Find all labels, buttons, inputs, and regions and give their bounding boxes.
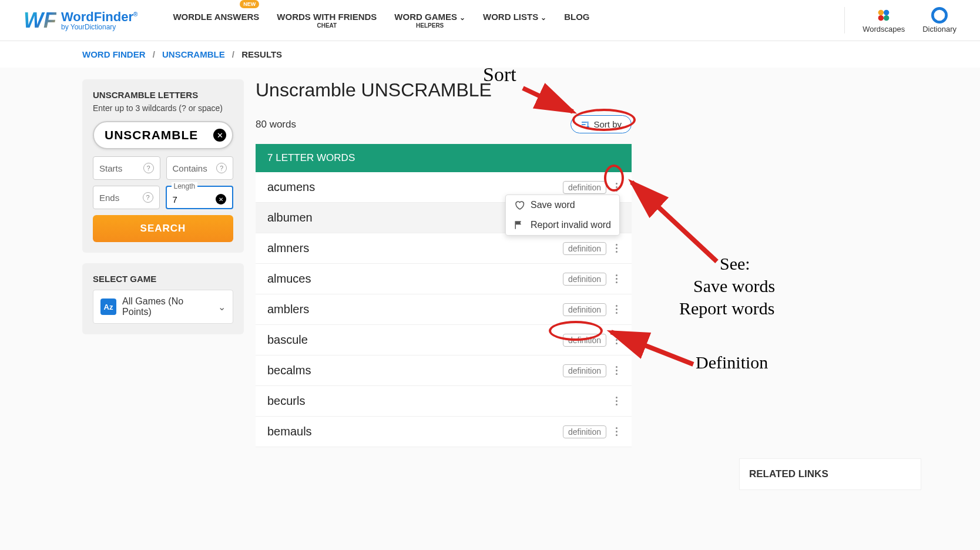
word-row: almnersdefinition bbox=[256, 233, 632, 264]
group-header: 7 LETTER WORDS bbox=[256, 144, 632, 172]
row-actions bbox=[613, 394, 620, 408]
chevron-down-icon: ⌄ bbox=[459, 14, 465, 22]
help-icon[interactable]: ? bbox=[143, 163, 154, 173]
definition-button[interactable]: definition bbox=[563, 273, 606, 286]
breadcrumb-unscramble[interactable]: UNSCRAMBLE bbox=[162, 49, 225, 59]
word-row: acumensdefinitionSave wordReport invalid… bbox=[256, 172, 632, 203]
top-nav: NEW WORDLE ANSWERS WORDS WITH FRIENDS CH… bbox=[173, 12, 844, 29]
sidebar: UNSCRAMBLE LETTERS Enter up to 3 wildcar… bbox=[82, 79, 244, 447]
word-text[interactable]: almuces bbox=[267, 272, 311, 286]
clear-icon[interactable]: ✕ bbox=[216, 194, 226, 204]
page-title: Unscramble UNSCRAMBLE bbox=[256, 79, 632, 101]
word-row: almucesdefinition bbox=[256, 264, 632, 294]
game-select[interactable]: Az All Games (No Points) ⌄ bbox=[93, 290, 233, 324]
heart-icon bbox=[514, 200, 525, 210]
select-game-card: SELECT GAME Az All Games (No Points) ⌄ bbox=[82, 263, 244, 334]
search-button[interactable]: SEARCH bbox=[93, 215, 233, 242]
filter-ends[interactable]: Ends ? bbox=[93, 186, 160, 209]
letters-input-wrap: ✕ bbox=[93, 121, 233, 149]
dictionary-link[interactable]: Dictionary bbox=[922, 7, 956, 33]
related-links-card: RELATED LINKS bbox=[739, 458, 921, 459]
chevron-down-icon: ⌄ bbox=[218, 301, 226, 313]
kebab-icon[interactable] bbox=[613, 364, 620, 377]
kebab-icon[interactable] bbox=[613, 333, 620, 347]
word-text[interactable]: becurls bbox=[267, 394, 305, 408]
kebab-icon[interactable] bbox=[613, 272, 620, 286]
filter-length[interactable]: Length ✕ bbox=[166, 186, 234, 209]
row-actions: definition bbox=[563, 180, 620, 194]
row-actions: definition bbox=[563, 303, 620, 316]
word-text[interactable]: becalms bbox=[267, 364, 311, 377]
results-main: Unscramble UNSCRAMBLE 80 words Sort by 7… bbox=[256, 79, 632, 447]
header: WF WordFinder® by YourDictionary NEW WOR… bbox=[0, 0, 980, 41]
kebab-icon[interactable] bbox=[613, 242, 620, 255]
select-game-title: SELECT GAME bbox=[93, 274, 233, 284]
help-icon[interactable]: ? bbox=[143, 192, 153, 203]
word-row: amblersdefinition bbox=[256, 294, 632, 325]
word-text[interactable]: bascule bbox=[267, 333, 308, 347]
word-text[interactable]: bemauls bbox=[267, 425, 312, 438]
logo-text: WordFinder® by YourDictionary bbox=[61, 11, 137, 31]
sort-icon bbox=[580, 120, 590, 129]
save-word-item[interactable]: Save word bbox=[506, 195, 619, 215]
kebab-icon[interactable] bbox=[613, 303, 620, 316]
nav-blog[interactable]: BLOG bbox=[564, 12, 589, 29]
definition-button[interactable]: definition bbox=[563, 303, 606, 316]
nav-wordle-answers[interactable]: NEW WORDLE ANSWERS bbox=[173, 12, 259, 29]
logo-mark: WF bbox=[24, 8, 56, 33]
game-icon: Az bbox=[100, 299, 116, 315]
kebab-icon[interactable] bbox=[613, 394, 620, 408]
unscramble-hint: Enter up to 3 wildcards (? or space) bbox=[93, 103, 233, 113]
word-text[interactable]: acumens bbox=[267, 180, 315, 194]
logo[interactable]: WF WordFinder® by YourDictionary bbox=[24, 8, 137, 33]
word-text[interactable]: almners bbox=[267, 242, 309, 255]
row-actions: definition bbox=[563, 364, 620, 377]
breadcrumb: WORD FINDER / UNSCRAMBLE / RESULTS bbox=[0, 41, 980, 68]
length-input[interactable] bbox=[173, 194, 216, 204]
result-count: 80 words bbox=[256, 119, 296, 130]
letters-input[interactable] bbox=[105, 128, 206, 142]
clear-icon[interactable]: ✕ bbox=[213, 129, 226, 142]
svg-point-2 bbox=[878, 15, 884, 21]
word-row: becurls bbox=[256, 386, 632, 417]
wordscapes-link[interactable]: Wordscapes bbox=[862, 7, 905, 33]
filter-contains[interactable]: Contains ? bbox=[166, 156, 234, 180]
filter-starts[interactable]: Starts ? bbox=[93, 156, 160, 180]
word-text[interactable]: albumen bbox=[267, 211, 313, 224]
nav-word-lists[interactable]: WORD LISTS⌄ bbox=[483, 12, 546, 29]
breadcrumb-current: RESULTS bbox=[241, 49, 282, 59]
wordscapes-icon bbox=[875, 7, 892, 24]
word-menu-popup: Save wordReport invalid word bbox=[505, 194, 620, 236]
game-value: All Games (No Points) bbox=[122, 296, 212, 317]
flag-icon bbox=[514, 220, 525, 230]
definition-button[interactable]: definition bbox=[563, 242, 606, 255]
definition-button[interactable]: definition bbox=[563, 181, 606, 194]
unscramble-card: UNSCRAMBLE LETTERS Enter up to 3 wildcar… bbox=[82, 79, 244, 253]
row-actions: definition bbox=[563, 425, 620, 438]
definition-button[interactable]: definition bbox=[563, 425, 606, 438]
nav-word-games[interactable]: WORD GAMES⌄ HELPERS bbox=[394, 12, 465, 29]
nav-words-with-friends[interactable]: WORDS WITH FRIENDS CHEAT bbox=[277, 12, 377, 29]
chevron-down-icon: ⌄ bbox=[541, 14, 546, 22]
report-word-item[interactable]: Report invalid word bbox=[506, 215, 619, 235]
word-text[interactable]: amblers bbox=[267, 303, 309, 316]
kebab-icon[interactable] bbox=[613, 180, 620, 194]
breadcrumb-word-finder[interactable]: WORD FINDER bbox=[82, 49, 146, 59]
kebab-icon[interactable] bbox=[613, 425, 620, 438]
header-right: Wordscapes Dictionary bbox=[844, 7, 956, 33]
svg-point-3 bbox=[884, 15, 889, 21]
row-actions: definition bbox=[563, 333, 620, 347]
row-actions: definition bbox=[563, 272, 620, 286]
new-badge: NEW bbox=[240, 0, 259, 8]
unscramble-title: UNSCRAMBLE LETTERS bbox=[93, 90, 233, 100]
row-actions: definition bbox=[563, 242, 620, 255]
word-row: becalmsdefinition bbox=[256, 356, 632, 386]
word-row: bemaulsdefinition bbox=[256, 417, 632, 447]
help-icon[interactable]: ? bbox=[216, 163, 227, 173]
word-list: acumensdefinitionSave wordReport invalid… bbox=[256, 172, 632, 447]
definition-button[interactable]: definition bbox=[563, 334, 606, 347]
definition-button[interactable]: definition bbox=[563, 364, 606, 377]
svg-point-1 bbox=[884, 10, 889, 15]
sort-by-button[interactable]: Sort by bbox=[570, 115, 632, 133]
svg-point-0 bbox=[878, 10, 884, 15]
